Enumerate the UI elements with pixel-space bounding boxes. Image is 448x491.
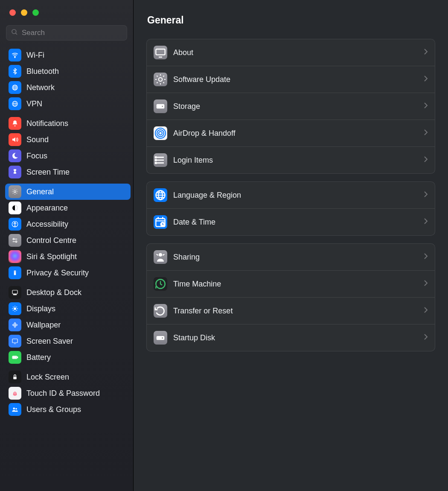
chevron-right-icon [424, 191, 428, 199]
sidebar-item-label: Notifications [26, 119, 68, 128]
row-time-machine[interactable]: Time Machine [147, 270, 435, 297]
sidebar-item-siri-spotlight[interactable]: Siri & Spotlight [5, 248, 131, 265]
sidebar-item-sound[interactable]: Sound [5, 132, 131, 148]
row-airdrop-handoff[interactable]: AirDrop & Handoff [147, 120, 435, 146]
panel-sharing: Sharing Time Machine Transfer or Reset [146, 243, 435, 351]
sidebar-item-screen-saver[interactable]: Screen Saver [5, 333, 131, 349]
sound-icon [9, 133, 21, 146]
sidebar-item-network[interactable]: Network [5, 79, 131, 96]
svg-point-22 [13, 408, 15, 410]
sidebar-item-privacy-security[interactable]: Privacy & Security [5, 265, 131, 281]
svg-point-27 [162, 106, 163, 107]
sidebar-item-label: Control Centre [26, 236, 76, 245]
vpn-icon [9, 97, 21, 110]
sidebar-item-focus[interactable]: Focus [5, 148, 131, 164]
chevron-right-icon [424, 218, 428, 226]
sidebar-group-notifications: Notifications Sound Focus [5, 115, 131, 180]
svg-point-41 [162, 337, 163, 339]
row-date-time[interactable]: Date & Time [147, 208, 435, 235]
sidebar-item-label: Screen Time [26, 168, 70, 177]
sidebar: Wi-Fi Bluetooth Network [0, 0, 134, 491]
minimize-window-button[interactable] [21, 9, 27, 16]
row-label: Date & Time [173, 218, 215, 227]
svg-rect-20 [13, 357, 17, 358]
close-window-button[interactable] [9, 9, 16, 16]
search-input[interactable] [22, 29, 122, 37]
sidebar-item-notifications[interactable]: Notifications [5, 115, 131, 132]
control-centre-icon [9, 234, 21, 247]
content-area: General About Software Update [134, 0, 448, 491]
sidebar-item-accessibility[interactable]: Accessibility [5, 216, 131, 232]
svg-point-16 [14, 324, 16, 326]
row-startup-disk[interactable]: Startup Disk [147, 324, 435, 351]
row-label: Sharing [173, 253, 200, 262]
sidebar-item-label: Siri & Spotlight [26, 252, 77, 261]
svg-point-32 [155, 160, 157, 161]
screen-saver-icon [9, 335, 21, 348]
software-update-icon [154, 73, 167, 86]
chevron-right-icon [424, 102, 428, 110]
chevron-right-icon [424, 156, 428, 164]
row-software-update[interactable]: Software Update [147, 66, 435, 93]
sidebar-item-general[interactable]: General [5, 184, 131, 200]
sidebar-item-vpn[interactable]: VPN [5, 96, 131, 112]
sidebar-group-general: General Appearance Accessibility [5, 184, 131, 281]
transfer-reset-icon [154, 304, 167, 318]
svg-point-28 [159, 132, 162, 135]
sidebar-item-label: Appearance [26, 204, 68, 213]
sidebar-item-label: Battery [26, 353, 51, 362]
fullscreen-window-button[interactable] [32, 9, 39, 16]
window-controls [0, 0, 133, 25]
row-login-items[interactable]: Login Items [147, 146, 435, 173]
row-storage[interactable]: Storage [147, 93, 435, 120]
sidebar-item-label: Screen Saver [26, 337, 73, 346]
page-title: General [147, 15, 435, 26]
sidebar-group-users: Lock Screen Touch ID & Password Users & … [5, 369, 131, 418]
sidebar-item-desktop-dock[interactable]: Desktop & Dock [5, 284, 131, 301]
wallpaper-icon [9, 319, 21, 331]
sidebar-item-label: VPN [26, 99, 42, 108]
panel-system: About Software Update Storage [146, 39, 435, 174]
sidebar-item-lock-screen[interactable]: Lock Screen [5, 369, 131, 385]
row-language-region[interactable]: Language & Region [147, 182, 435, 208]
appearance-icon [9, 202, 21, 214]
row-label: Language & Region [173, 191, 241, 200]
airdrop-icon [154, 126, 167, 140]
battery-icon [9, 351, 21, 364]
row-transfer-reset[interactable]: Transfer or Reset [147, 297, 435, 324]
svg-rect-14 [13, 294, 17, 295]
sidebar-item-wallpaper[interactable]: Wallpaper [5, 317, 131, 333]
general-icon [9, 185, 21, 198]
privacy-icon [9, 266, 21, 279]
row-sharing[interactable]: Sharing [147, 244, 435, 270]
sidebar-item-control-centre[interactable]: Control Centre [5, 232, 131, 248]
svg-rect-13 [12, 290, 17, 294]
chevron-right-icon [424, 129, 428, 137]
sidebar-item-bluetooth[interactable]: Bluetooth [5, 63, 131, 79]
sidebar-item-touch-id-password[interactable]: Touch ID & Password [5, 385, 131, 401]
sidebar-item-appearance[interactable]: Appearance [5, 200, 131, 216]
search-icon [11, 28, 18, 38]
search-field[interactable] [6, 25, 127, 41]
svg-rect-17 [12, 339, 17, 343]
sidebar-item-screen-time[interactable]: Screen Time [5, 164, 131, 180]
wifi-icon [9, 49, 21, 61]
svg-line-1 [15, 33, 17, 35]
sidebar-item-displays[interactable]: Displays [5, 301, 131, 317]
storage-icon [154, 99, 167, 113]
row-about[interactable]: About [147, 39, 435, 66]
lock-screen-icon [9, 371, 21, 383]
chevron-right-icon [424, 307, 428, 315]
row-label: About [173, 48, 193, 57]
svg-point-7 [14, 191, 16, 193]
sidebar-item-label: Wi-Fi [26, 51, 44, 60]
sidebar-item-label: Desktop & Dock [26, 288, 81, 297]
sidebar-list[interactable]: Wi-Fi Bluetooth Network [0, 47, 133, 491]
sidebar-item-users-groups[interactable]: Users & Groups [5, 401, 131, 418]
screen-time-icon [9, 166, 21, 178]
displays-icon [9, 302, 21, 315]
row-label: Time Machine [173, 280, 221, 289]
sidebar-item-battery[interactable]: Battery [5, 349, 131, 365]
svg-point-0 [12, 29, 16, 34]
sidebar-item-wifi[interactable]: Wi-Fi [5, 47, 131, 63]
